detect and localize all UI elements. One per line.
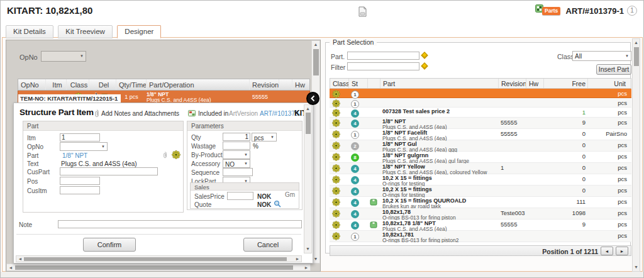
part-row[interactable]: 410,2 X 15 = fittings QUUROALDBrukes kun… bbox=[330, 197, 631, 208]
cell-hw bbox=[526, 186, 543, 187]
lookup-diamond-icon[interactable] bbox=[421, 62, 428, 69]
filter-label: Filter bbox=[331, 64, 345, 71]
parts-column-header[interactable]: Revision bbox=[499, 79, 526, 88]
next-page-button[interactable]: ► bbox=[616, 247, 628, 255]
cell-revision bbox=[498, 108, 526, 109]
cusitm-label: CusItm bbox=[27, 187, 47, 194]
class-filter-select[interactable]: All▼ bbox=[572, 51, 631, 61]
parts-column-header[interactable]: Class bbox=[330, 79, 349, 88]
part-row[interactable]: 410,2 X 15 = fittingsO-rings for testing… bbox=[330, 186, 631, 197]
salesprice-field[interactable] bbox=[227, 192, 253, 200]
scroll-thumb[interactable] bbox=[313, 49, 319, 75]
part-row[interactable]: 4007328 Test sales price 21pcs bbox=[330, 108, 631, 118]
sequence-field[interactable] bbox=[223, 168, 253, 176]
cell-revision bbox=[498, 186, 526, 187]
note-field[interactable] bbox=[58, 220, 302, 228]
grid-column-header[interactable]: Qty/Time bbox=[116, 79, 147, 90]
scroll-up-icon[interactable]: ▲ bbox=[633, 40, 640, 46]
grid-column-header[interactable]: Del bbox=[89, 79, 116, 90]
pos-field[interactable] bbox=[60, 177, 100, 185]
confirm-button[interactable]: Confirm bbox=[83, 238, 136, 252]
part-row[interactable]: 21/8" NPT GulPlugs C.S. and A4SS (4ea) g… bbox=[330, 140, 631, 152]
cusitm-field[interactable] bbox=[60, 186, 100, 194]
scroll-up-icon[interactable]: ▲ bbox=[312, 42, 319, 48]
scroll-thumb[interactable] bbox=[15, 265, 293, 270]
part-link[interactable]: 1/8" NPT bbox=[62, 152, 87, 159]
count-badge[interactable]: 1 bbox=[627, 6, 637, 16]
scroll-thumb[interactable] bbox=[24, 257, 287, 261]
cell-free: 0 bbox=[543, 152, 587, 160]
add-notes-link[interactable]: Add Notes and Attachments bbox=[101, 110, 179, 117]
lookup-diamond-icon[interactable] bbox=[421, 52, 428, 58]
panel-collapse-button[interactable] bbox=[306, 92, 319, 105]
cell-part: 10,2 X 15 = fittingsO-rings for testing bbox=[380, 174, 498, 186]
cell-unit: pcs bbox=[587, 197, 629, 205]
quote-label: Quote bbox=[194, 201, 211, 208]
part-search-input[interactable] bbox=[347, 52, 419, 60]
itm-field[interactable] bbox=[60, 133, 100, 142]
parts-column-header[interactable]: Unit bbox=[588, 79, 630, 88]
grid-column-header[interactable] bbox=[279, 79, 292, 90]
part-row[interactable]: 41/8" NPT YellowPlugs C.S. and A4SS (4ea… bbox=[330, 163, 631, 174]
grid-column-header[interactable]: Hw bbox=[292, 79, 308, 90]
part-row[interactable]: 11/8" NPT FaceliftPlugs C.S. and A4SS (4… bbox=[330, 129, 631, 140]
grid-column-header[interactable]: Part/Operation bbox=[147, 79, 250, 90]
scroll-left-icon[interactable]: ◄ bbox=[8, 265, 14, 271]
parts-column-header[interactable]: St bbox=[349, 79, 368, 88]
scroll-left-icon[interactable]: ◄ bbox=[17, 256, 23, 262]
opno-select[interactable]: ▼ bbox=[60, 142, 108, 151]
content-vertical-scrollbar[interactable]: ▲ ▼ bbox=[632, 38, 640, 272]
paperclip-icon[interactable] bbox=[163, 152, 167, 158]
cancel-button[interactable]: Cancel bbox=[243, 238, 292, 252]
parts-column-header[interactable] bbox=[368, 79, 380, 88]
part-row[interactable]: 1pcs bbox=[330, 98, 631, 108]
part-row[interactable]: 410,82x1,78O-rings BS-013 for firing pis… bbox=[330, 208, 631, 220]
dialog-horizontal-scrollbar[interactable]: ◄ ► bbox=[16, 255, 302, 262]
scroll-thumb[interactable] bbox=[634, 47, 639, 66]
cell-hw bbox=[526, 98, 543, 99]
part-row[interactable]: 81/8" NPT gulgrnnPlugs C.S. and A4SS (4e… bbox=[330, 152, 631, 163]
scroll-right-icon[interactable]: ► bbox=[294, 256, 301, 262]
grid-column-header[interactable]: Itm bbox=[46, 79, 67, 90]
qty-field[interactable] bbox=[223, 133, 250, 141]
wastage-field[interactable] bbox=[223, 142, 250, 150]
paperclip-icon[interactable] bbox=[94, 109, 99, 118]
designer-horizontal-scrollbar[interactable]: ◄ ► bbox=[6, 264, 311, 271]
scroll-right-icon[interactable]: ► bbox=[303, 265, 309, 271]
tab-kit-details[interactable]: Kit Details bbox=[6, 25, 53, 38]
scroll-thumb[interactable] bbox=[306, 113, 311, 134]
dialog-vertical-scrollbar[interactable]: ▲ ▼ bbox=[304, 104, 312, 253]
previous-page-button[interactable]: ◄ bbox=[601, 247, 613, 255]
part-row[interactable]: 410,2 X 15 = fittingsO-rings for testing… bbox=[330, 174, 631, 186]
filter-input[interactable] bbox=[347, 62, 419, 70]
part-row[interactable]: 410,82x1,78 1/8" NPTPlugs C.S. and A4SS … bbox=[330, 220, 631, 231]
search-icon[interactable] bbox=[274, 200, 281, 208]
cuspart-field[interactable] bbox=[60, 167, 158, 175]
byproduct-select[interactable]: ▼ bbox=[223, 150, 250, 159]
part-row[interactable]: 1pcs bbox=[330, 89, 631, 98]
class-gear-icon bbox=[332, 142, 347, 150]
accessory-select[interactable]: NO▼ bbox=[223, 159, 250, 168]
parts-drag-badge[interactable]: Parts bbox=[535, 4, 560, 15]
insert-part-button[interactable]: Insert Part bbox=[596, 64, 631, 75]
class-gear-icon[interactable] bbox=[172, 150, 180, 159]
qty-unit-select[interactable]: pcs▼ bbox=[252, 133, 277, 142]
tab-kit-treeview[interactable]: Kit Treeview bbox=[58, 25, 113, 38]
parts-column-header[interactable]: Hw bbox=[526, 79, 544, 88]
tab-designer[interactable]: Designer bbox=[117, 25, 161, 38]
parts-column-header[interactable]: Free bbox=[544, 79, 588, 88]
opno-filter-select[interactable]: ▼ bbox=[41, 51, 86, 62]
scroll-down-icon[interactable]: ▼ bbox=[633, 264, 640, 270]
scroll-up-icon[interactable]: ▲ bbox=[304, 106, 311, 112]
part-row[interactable]: 41/8" NPTPlugs C.S. and A4SS (4ea)555559… bbox=[330, 118, 631, 129]
cell-status: 4 bbox=[348, 220, 367, 230]
note-label: Note bbox=[19, 221, 32, 228]
grid-column-header[interactable]: Class bbox=[67, 79, 89, 90]
document-icon[interactable] bbox=[358, 6, 367, 17]
included-in-link[interactable]: Included in bbox=[198, 110, 228, 117]
part-row[interactable]: 110,82x1,781O-rings BS-013 for firing pi… bbox=[330, 231, 631, 242]
parts-column-header[interactable]: Part bbox=[380, 79, 499, 88]
grid-column-header[interactable]: Revision bbox=[250, 79, 279, 90]
scroll-down-icon[interactable]: ▼ bbox=[304, 246, 311, 252]
grid-column-header[interactable]: OpNo bbox=[18, 79, 46, 90]
